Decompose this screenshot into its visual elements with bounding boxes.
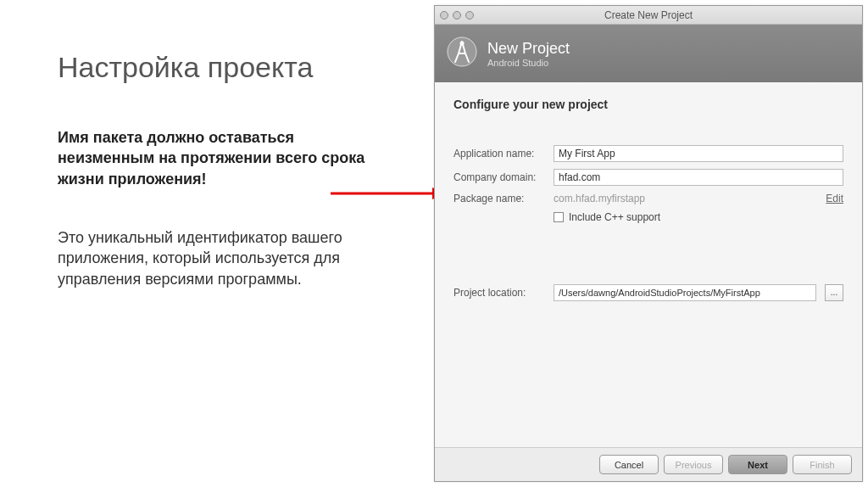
zoom-icon[interactable] bbox=[465, 11, 474, 20]
project-location-input[interactable] bbox=[554, 284, 816, 301]
company-domain-label: Company domain: bbox=[453, 171, 545, 183]
package-name-label: Package name: bbox=[453, 193, 545, 204]
section-title: Configure your new project bbox=[453, 98, 843, 111]
edit-link[interactable]: Edit bbox=[826, 193, 843, 204]
android-studio-icon bbox=[447, 36, 477, 70]
app-name-input[interactable] bbox=[554, 145, 843, 162]
dialog-header: New Project Android Studio bbox=[435, 25, 862, 82]
previous-button[interactable]: Previous bbox=[664, 455, 723, 474]
project-location-label: Project location: bbox=[453, 287, 545, 299]
window-title: Create New Project bbox=[604, 9, 693, 21]
company-domain-input[interactable] bbox=[554, 169, 843, 186]
package-name-value: com.hfad.myfirstapp bbox=[554, 193, 817, 204]
dialog-footer: Cancel Previous Next Finish bbox=[435, 447, 862, 481]
cpp-checkbox[interactable] bbox=[554, 212, 564, 222]
minimize-icon[interactable] bbox=[453, 11, 461, 20]
finish-button[interactable]: Finish bbox=[793, 455, 852, 474]
cancel-button[interactable]: Cancel bbox=[599, 455, 659, 474]
app-name-label: Application name: bbox=[453, 148, 545, 160]
dialog-content: Configure your new project Application n… bbox=[435, 82, 862, 447]
pointer-arrow bbox=[331, 185, 445, 202]
slide-paragraph: Это уникальный идентификатор вашего прил… bbox=[58, 227, 397, 289]
next-button[interactable]: Next bbox=[728, 455, 787, 474]
header-title: New Project bbox=[487, 40, 570, 58]
header-subtitle: Android Studio bbox=[487, 58, 570, 68]
close-icon[interactable] bbox=[440, 11, 448, 20]
titlebar: Create New Project bbox=[435, 6, 862, 25]
browse-button[interactable]: ... bbox=[825, 284, 843, 301]
svg-point-3 bbox=[460, 42, 465, 46]
cpp-label: Include C++ support bbox=[569, 211, 660, 223]
slide-title: Настройка проекта bbox=[58, 51, 313, 84]
create-project-dialog: Create New Project New Project Android S… bbox=[434, 5, 863, 482]
slide-bold-text: Имя пакета должно оставаться неизменным … bbox=[58, 127, 380, 189]
